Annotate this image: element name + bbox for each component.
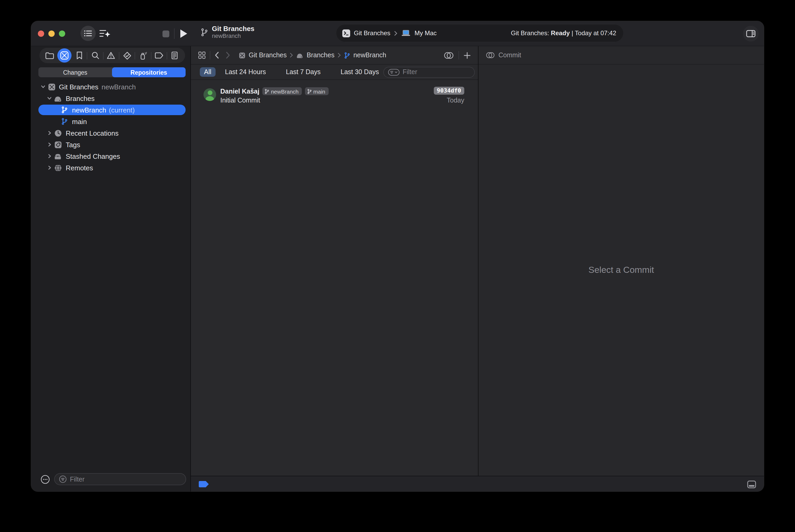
tab-source-control-navigator[interactable] <box>57 49 72 62</box>
breadcrumb-item[interactable]: newBranch <box>353 52 386 59</box>
related-items-icon[interactable] <box>198 52 206 59</box>
tab-breakpoints-navigator[interactable] <box>152 49 166 62</box>
close-button[interactable] <box>38 30 44 37</box>
forward-button[interactable] <box>226 52 230 59</box>
tab-project-navigator[interactable] <box>43 49 57 62</box>
run-destination: My Mac <box>415 30 437 37</box>
scheme-activity-pill[interactable]: Git Branches My Mac Git Branches: Ready … <box>336 24 624 42</box>
avatar-body <box>206 96 214 101</box>
zoom-button[interactable] <box>59 30 65 37</box>
recent-files-button[interactable] <box>80 26 96 41</box>
globe-icon <box>54 164 62 172</box>
code-review-icon[interactable] <box>444 51 454 59</box>
tree-row-stashed-changes[interactable]: Stashed Changes <box>31 150 190 162</box>
tree-row-tags[interactable]: Tags <box>31 139 190 150</box>
desktop: Git Branches newBranch Git Branches My M… <box>0 0 795 532</box>
chevron-right-icon <box>394 30 398 36</box>
tab-tests-navigator[interactable] <box>120 49 134 62</box>
history-filter-input[interactable] <box>402 68 470 76</box>
tab-debug-navigator[interactable] <box>136 49 150 62</box>
stop-button[interactable] <box>160 28 171 39</box>
breakpoints-toggle-icon[interactable] <box>199 481 209 487</box>
chevron-down-icon[interactable] <box>40 84 46 89</box>
tree-row-branches[interactable]: Branches <box>31 93 190 104</box>
git-branch-icon <box>344 52 350 59</box>
tree-row-recent-locations[interactable]: Recent Locations <box>31 127 190 139</box>
chevron-right-icon[interactable] <box>47 153 52 159</box>
tab-bookmarks-navigator[interactable] <box>72 49 87 62</box>
chevron-right-icon[interactable] <box>47 165 52 170</box>
drive-icon <box>54 94 62 102</box>
clock-icon <box>54 129 62 137</box>
tree-row-remotes[interactable]: Remotes <box>31 162 190 173</box>
commit-date: Today <box>447 97 464 104</box>
play-icon <box>180 30 187 38</box>
filter-chip-30d[interactable]: Last 30 Days <box>337 67 383 77</box>
drive-icon <box>296 52 304 59</box>
bottom-panel-toggle-button[interactable] <box>746 479 757 489</box>
filter-chip-all[interactable]: All <box>200 67 215 77</box>
scheme-selector[interactable]: Git Branches My Mac <box>342 29 437 37</box>
tree-row-main[interactable]: main <box>31 116 190 127</box>
tag-icon <box>54 140 62 149</box>
avatar-head <box>207 90 212 95</box>
chevron-right-icon[interactable] <box>47 142 52 147</box>
tab-divider <box>87 52 88 59</box>
stash-box-icon <box>54 152 62 160</box>
breadcrumb-item[interactable]: Branches <box>307 52 335 59</box>
commit-row[interactable]: Daniel Kašaj newBranch main Initial Comm… <box>191 86 478 107</box>
tree-current-suffix: (current) <box>109 106 135 114</box>
commit-circles-icon <box>486 52 495 59</box>
source-control-mode-segmented: Changes Repositories <box>38 67 186 77</box>
navigator-filter-input[interactable] <box>70 475 182 483</box>
list-bullet-icon <box>84 30 92 37</box>
branch-badge: newBranch <box>263 87 302 95</box>
run-button[interactable] <box>178 28 189 39</box>
navigator-filter-bar <box>31 467 190 492</box>
divider <box>458 51 459 59</box>
git-branch-icon <box>60 117 68 126</box>
back-button[interactable] <box>214 52 219 59</box>
search-icon <box>91 52 99 59</box>
add-editor-icon[interactable] <box>464 52 471 59</box>
tab-issues-navigator[interactable] <box>104 49 118 62</box>
filter-icon <box>388 69 399 75</box>
history-filter-bar: All Last 24 Hours Last 7 Days Last 30 Da… <box>191 65 478 80</box>
inspector-toggle-button[interactable] <box>743 25 759 41</box>
more-options-button[interactable] <box>40 475 50 484</box>
inspector-header: Commit <box>478 46 764 65</box>
segment-repositories[interactable]: Repositories <box>112 67 186 77</box>
tree-secondary: newBranch <box>101 83 136 91</box>
tree-row-newbranch[interactable]: newBranch(current) <box>31 104 190 116</box>
navigator-filter-field[interactable] <box>54 473 186 485</box>
chevron-down-icon[interactable] <box>47 96 52 101</box>
commit-author: Daniel Kašaj <box>220 88 260 95</box>
repo-icon <box>47 82 56 91</box>
tab-find-navigator[interactable] <box>88 49 102 62</box>
ai-compose-button[interactable] <box>98 27 112 40</box>
folder-icon <box>45 52 54 59</box>
activity-status: Git Branches: Ready | Today at 07:42 <box>511 30 616 37</box>
breadcrumb-item[interactable]: Git Branches <box>249 52 287 59</box>
tab-divider <box>135 52 135 59</box>
chevron-right-icon[interactable] <box>47 130 52 136</box>
tab-reports-navigator[interactable] <box>168 49 182 62</box>
empty-state-label: Select a Commit <box>588 265 654 276</box>
breakpoint-tag-icon <box>154 52 163 59</box>
segment-changes[interactable]: Changes <box>38 67 112 77</box>
stop-icon <box>163 31 169 37</box>
tab-divider <box>151 52 151 59</box>
minimize-button[interactable] <box>49 30 55 37</box>
breadcrumb-actions <box>444 51 471 59</box>
tree-label: Remotes <box>66 164 93 172</box>
tab-divider <box>103 52 103 59</box>
filter-chip-24h[interactable]: Last 24 Hours <box>221 67 270 77</box>
history-filter-field[interactable] <box>383 66 475 78</box>
chevron-right-icon <box>338 53 341 58</box>
scheme-name: Git Branches <box>354 30 391 37</box>
git-branch-icon <box>60 106 68 114</box>
filter-chip-7d[interactable]: Last 7 Days <box>282 67 325 77</box>
editor-area: Git Branches Branches newBranch <box>191 46 764 492</box>
commit-list: Daniel Kašaj newBranch main Initial Comm… <box>191 80 478 476</box>
tree-row-repo[interactable]: Git BranchesnewBranch <box>31 81 190 93</box>
